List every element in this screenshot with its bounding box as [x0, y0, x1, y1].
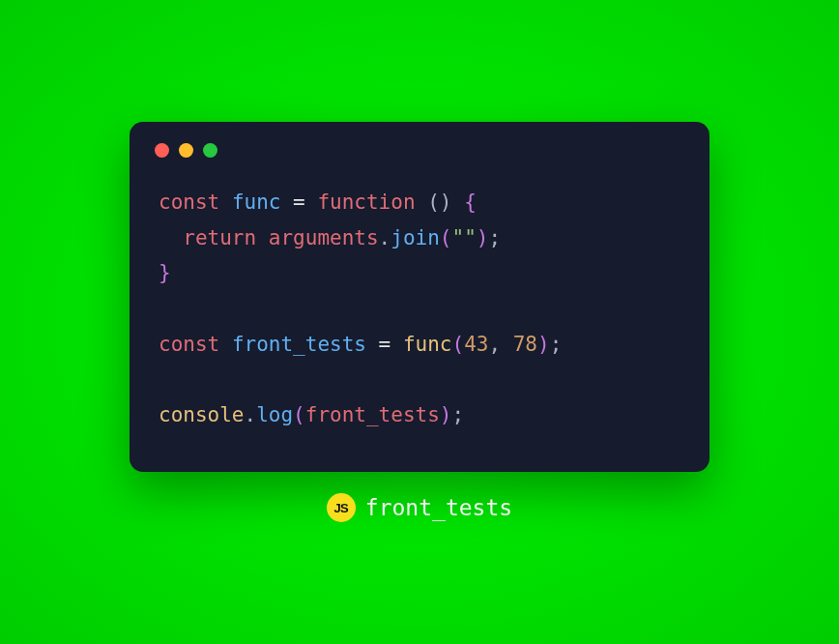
keyword-const: const	[159, 333, 219, 356]
filename-label: front_tests	[365, 495, 512, 520]
paren-close: )	[440, 403, 452, 426]
string-empty: ""	[452, 226, 477, 249]
identifier-func: func	[232, 190, 281, 214]
identifier-console: console	[159, 403, 245, 426]
parens-empty: ()	[416, 190, 465, 214]
identifier-arguments: arguments	[269, 226, 379, 249]
number-43: 43	[464, 333, 488, 356]
paren-open: (	[440, 226, 452, 249]
minimize-icon[interactable]	[179, 143, 193, 158]
indent	[159, 226, 183, 249]
space	[256, 226, 269, 249]
paren-close: )	[477, 226, 489, 249]
semicolon: ;	[488, 226, 501, 249]
operator-equals: =	[280, 190, 317, 214]
paren-open: (	[293, 403, 305, 426]
call-func: func	[403, 333, 452, 356]
argument-front-tests: front_tests	[305, 403, 440, 426]
keyword-const: const	[159, 190, 219, 214]
dot: .	[379, 226, 391, 249]
comma: ,	[488, 333, 512, 356]
keyword-function: function	[317, 190, 415, 214]
window-titlebar	[130, 122, 709, 167]
brace-open: {	[464, 190, 477, 214]
code-content: const func = function () { return argume…	[130, 167, 709, 443]
keyword-return: return	[183, 226, 256, 249]
code-editor-window: const func = function () { return argume…	[130, 122, 709, 472]
maximize-icon[interactable]	[203, 143, 217, 158]
javascript-icon: JS	[327, 493, 356, 522]
close-icon[interactable]	[155, 143, 169, 158]
method-log: log	[256, 403, 293, 426]
semicolon: ;	[452, 403, 465, 426]
identifier-front-tests: front_tests	[232, 333, 366, 356]
paren-open: (	[451, 333, 464, 356]
dot: .	[245, 403, 257, 426]
footer: JS front_tests	[327, 493, 512, 522]
method-join: join	[391, 226, 440, 249]
paren-close: )	[537, 333, 550, 356]
operator-equals: =	[366, 333, 403, 356]
semicolon: ;	[550, 333, 563, 356]
brace-close: }	[159, 261, 171, 284]
number-78: 78	[513, 333, 537, 356]
